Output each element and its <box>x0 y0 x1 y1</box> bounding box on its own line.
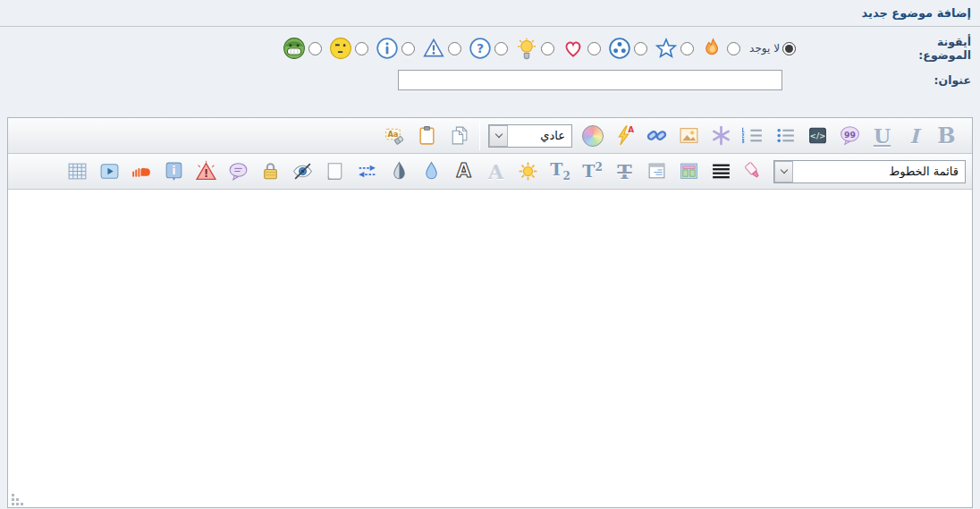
window-text-icon <box>646 160 668 182</box>
warning-radio[interactable] <box>448 42 461 55</box>
image-button[interactable] <box>677 123 701 148</box>
lock-icon <box>259 160 282 182</box>
faded-a-button[interactable]: A <box>484 159 508 184</box>
remove-format-button[interactable]: Aa <box>383 123 407 148</box>
numbered-list-button[interactable]: 123 <box>741 123 765 148</box>
highlighter-button[interactable] <box>741 159 765 184</box>
superscript-icon: T2 <box>582 162 603 180</box>
radioactive-radio[interactable] <box>634 42 647 55</box>
topic-icon-option-star[interactable] <box>655 37 694 60</box>
svg-text:</>: </> <box>809 131 825 140</box>
flash-button[interactable]: A <box>612 123 637 148</box>
topic-icon-option-green-smiley[interactable] <box>283 37 322 60</box>
window-text-button[interactable] <box>645 159 669 184</box>
alert-icon: ! <box>195 160 217 182</box>
quote-button[interactable]: 99 <box>838 123 862 148</box>
svg-text:Aa: Aa <box>387 130 398 139</box>
video-button[interactable] <box>97 159 122 184</box>
justify-icon <box>710 160 732 182</box>
code-button[interactable]: </> <box>806 123 830 148</box>
topic-title-input[interactable] <box>398 70 782 90</box>
flame-radio[interactable] <box>727 42 740 55</box>
table-icon <box>66 160 89 182</box>
contrast-droplet-button[interactable] <box>387 159 411 184</box>
question-radio[interactable] <box>494 42 508 55</box>
font-select-value: قائمة الخطوط <box>793 165 965 178</box>
dropdown-arrow-icon[interactable] <box>774 161 793 182</box>
bold-icon: B <box>937 125 955 147</box>
topic-icon-option-heart[interactable] <box>562 37 601 60</box>
info-radio[interactable] <box>401 42 415 55</box>
bullet-list-button[interactable] <box>773 123 798 148</box>
hidden-eye-button[interactable] <box>291 159 315 184</box>
sun-button[interactable] <box>516 159 540 184</box>
star-icon <box>655 37 678 60</box>
strikethrough-button[interactable]: T <box>612 159 637 184</box>
topic-icon-option-question[interactable]: ? <box>469 37 508 60</box>
subscript-icon: T2 <box>550 161 570 182</box>
toolbar-separator <box>479 122 480 150</box>
star-radio[interactable] <box>680 42 694 55</box>
direction-arrows-button[interactable] <box>355 159 379 184</box>
color-wheel-button[interactable] <box>580 123 604 148</box>
font-select[interactable]: قائمة الخطوط <box>773 160 966 183</box>
code-icon: </> <box>807 124 829 147</box>
editor-toolbar-row2: قائمة الخطوطTT2T2AA!i <box>8 154 972 190</box>
editor-content-area[interactable] <box>8 190 972 507</box>
topic-icon-option-lightbulb[interactable] <box>515 37 554 60</box>
soundcloud-icon <box>131 160 153 182</box>
dropdown-arrow-icon[interactable] <box>489 125 508 147</box>
topic-title-label: عنوان: <box>883 73 980 87</box>
topic-icon-option-yellow-smiley[interactable] <box>329 37 368 60</box>
speech-bubble-button[interactable] <box>226 159 250 184</box>
asterisk-icon <box>710 124 732 147</box>
yellow-smiley-radio[interactable] <box>355 42 368 55</box>
topic-icon-option-flame[interactable] <box>701 37 740 60</box>
topic-icon-option-none[interactable]: لا يوجد <box>748 42 796 55</box>
flash-icon: A <box>613 124 636 147</box>
link-button[interactable] <box>645 123 669 148</box>
page-header: إضافة موضوع جديد <box>0 0 980 27</box>
topic-icon-option-info[interactable] <box>376 37 415 60</box>
flame-icon <box>701 37 724 60</box>
soundcloud-button[interactable] <box>130 159 154 184</box>
style-select-value: عادي <box>508 129 571 142</box>
layout-button[interactable] <box>677 159 701 184</box>
bullet-list-icon <box>774 124 797 147</box>
lightbulb-radio[interactable] <box>541 42 554 55</box>
warning-icon <box>422 37 445 60</box>
lock-button[interactable] <box>258 159 283 184</box>
yellow-smiley-icon <box>329 37 352 60</box>
topic-icon-option-radioactive[interactable] <box>608 37 647 60</box>
justify-button[interactable] <box>709 159 733 184</box>
outline-a-button[interactable]: A <box>452 159 476 184</box>
remove-format-icon: Aa <box>384 124 406 147</box>
layout-icon <box>678 160 700 182</box>
paste-button[interactable] <box>415 123 439 148</box>
speech-bubble-icon <box>227 160 249 182</box>
italic-button[interactable]: I <box>902 123 926 148</box>
strikethrough-icon: T <box>617 162 631 182</box>
green-smiley-radio[interactable] <box>308 42 322 55</box>
droplet-button[interactable] <box>419 159 444 184</box>
superscript-button[interactable]: T2 <box>580 159 604 184</box>
copy-button[interactable] <box>447 123 471 148</box>
info-box-button[interactable]: i <box>162 159 186 184</box>
none-radio[interactable] <box>782 42 796 55</box>
italic-icon: I <box>909 126 918 146</box>
bold-button[interactable]: B <box>934 123 959 148</box>
underline-button[interactable]: U <box>870 123 894 148</box>
subscript-button[interactable]: T2 <box>548 159 572 184</box>
alert-button[interactable]: ! <box>194 159 218 184</box>
svg-text:i: i <box>173 165 176 177</box>
scroll-button[interactable] <box>323 159 347 184</box>
table-button[interactable] <box>65 159 89 184</box>
editor-toolbar-row1: BIU99</>123AعاديAa <box>8 118 972 154</box>
asterisk-button[interactable] <box>709 123 733 148</box>
copy-icon <box>448 124 470 147</box>
heart-radio[interactable] <box>587 42 601 55</box>
svg-text:A: A <box>628 125 634 134</box>
topic-icon-option-warning[interactable] <box>422 37 461 60</box>
resize-grip-icon[interactable] <box>11 492 23 505</box>
style-select[interactable]: عادي <box>488 124 572 148</box>
